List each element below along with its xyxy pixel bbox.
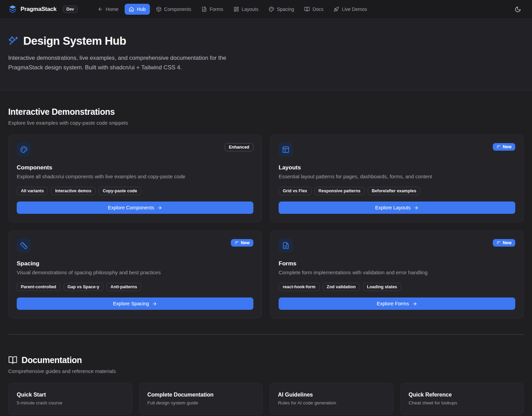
- doc-card-quick-start[interactable]: Quick Start 5-minute crash course: [8, 383, 132, 415]
- tag-react-hook-form: react-hook-form: [279, 283, 320, 291]
- sparkles-icon: [235, 241, 239, 245]
- sparkles-icon: [496, 145, 501, 149]
- doc-card-complete-documentation[interactable]: Complete Documentation Full design syste…: [139, 383, 263, 415]
- moon-icon: [515, 6, 521, 13]
- tag-anti-patterns: Anti-patterns: [107, 283, 141, 291]
- theme-toggle-button[interactable]: [512, 3, 524, 15]
- explore-forms-button[interactable]: Explore Forms: [279, 297, 515, 310]
- nav-item-live-demos[interactable]: Live Demos: [330, 4, 371, 15]
- status-badge: New: [231, 239, 253, 247]
- nav-item-home[interactable]: Home: [94, 4, 123, 15]
- arrow-left-icon: [98, 6, 103, 12]
- tag-row: react-hook-formZod validationLoading sta…: [279, 283, 515, 291]
- doc-card-title: Quick Start: [17, 392, 124, 398]
- docs-section-header: Documentation Comprehensive guides and r…: [8, 355, 524, 374]
- section-divider: [8, 334, 524, 335]
- nav-item-components[interactable]: Components: [152, 4, 195, 15]
- layout-dashboard-icon: [234, 6, 239, 12]
- nav-menu: Home Hub Components Forms Layouts Spacin…: [94, 4, 372, 15]
- doc-card-subtitle: Rules for AI code generation: [278, 400, 385, 405]
- brand[interactable]: PragmaStack Dev: [8, 5, 78, 14]
- sparkles-icon: [8, 36, 19, 46]
- tag-row: Grid vs FlexResponsive patternsBefore/af…: [279, 187, 515, 195]
- layers-logo-icon: [8, 5, 17, 14]
- book-open-icon: [8, 356, 17, 365]
- page-subtitle: Interactive demonstrations, live example…: [8, 53, 263, 72]
- docs-subheading: Comprehensive guides and reference mater…: [8, 368, 524, 374]
- file-text-icon: [201, 6, 207, 12]
- tag-all-variants: All variants: [17, 187, 48, 195]
- card-title: Components: [17, 164, 253, 171]
- demo-card-spacing: New Spacing Visual demonstrations of spa…: [8, 231, 262, 318]
- nav-item-hub[interactable]: Hub: [125, 4, 150, 15]
- demos-section-header: Interactive Demonstrations Explore live …: [8, 107, 524, 126]
- status-badge: Enhanced: [225, 143, 253, 151]
- panels-top-icon: [282, 146, 290, 153]
- home-icon: [129, 6, 134, 12]
- file-text-icon: [282, 242, 290, 249]
- doc-card-subtitle: 5-minute crash course: [17, 400, 124, 405]
- status-badge: New: [493, 143, 515, 151]
- doc-card-ai-guidelines[interactable]: AI Guidelines Rules for AI code generati…: [269, 383, 393, 415]
- palette-icon: [20, 146, 28, 153]
- card-title: Spacing: [17, 260, 253, 267]
- tag-copy-paste-code: Copy-paste code: [99, 187, 141, 195]
- demos-subheading: Explore live examples with copy-paste co…: [8, 120, 524, 126]
- demo-card-grid: Enhanced Components Explore all shadcn/u…: [8, 135, 524, 318]
- palette-icon: [269, 6, 274, 12]
- explore-components-button[interactable]: Explore Components: [17, 202, 253, 214]
- explore-spacing-button[interactable]: Explore Spacing: [17, 297, 253, 310]
- card-description: Complete form implementations with valid…: [279, 269, 515, 275]
- tag-gap-vs-space-y: Gap vs Space-y: [64, 283, 103, 291]
- rocket-icon: [334, 6, 339, 12]
- status-badge: New: [493, 239, 515, 247]
- card-icon-tile: [279, 238, 293, 252]
- demo-card-forms: New Forms Complete form implementations …: [270, 231, 524, 318]
- card-title: Layouts: [279, 164, 515, 171]
- package-icon: [156, 6, 162, 12]
- tag-row: All variantsInteractive demosCopy-paste …: [17, 187, 253, 195]
- ruler-icon: [20, 242, 28, 249]
- card-icon-tile: [17, 142, 31, 156]
- tag-before-after-examples: Before/after examples: [368, 187, 421, 195]
- card-icon-tile: [279, 142, 293, 156]
- main-content: Interactive Demonstrations Explore live …: [0, 107, 532, 415]
- doc-card-title: Quick Reference: [409, 392, 516, 398]
- tag-row: Parent-controlledGap vs Space-yAnti-patt…: [17, 283, 253, 291]
- tag-zod-validation: Zod validation: [323, 283, 360, 291]
- nav-item-spacing[interactable]: Spacing: [265, 4, 298, 15]
- tag-responsive-patterns: Responsive patterns: [314, 187, 365, 195]
- nav-item-layouts[interactable]: Layouts: [229, 4, 263, 15]
- sparkles-icon: [496, 241, 501, 245]
- doc-card-quick-reference[interactable]: Quick Reference Cheat sheet for lookups: [400, 383, 524, 415]
- docs-heading: Documentation: [22, 355, 82, 365]
- tag-loading-states: Loading states: [363, 283, 401, 291]
- explore-layouts-button[interactable]: Explore Layouts: [279, 202, 515, 214]
- tag-interactive-demos: Interactive demos: [51, 187, 95, 195]
- nav-item-docs[interactable]: Docs: [300, 4, 327, 15]
- card-description: Essential layout patterns for pages, das…: [279, 174, 515, 179]
- doc-card-title: Complete Documentation: [148, 392, 254, 398]
- arrow-right-icon: [414, 205, 419, 210]
- demo-card-components: Enhanced Components Explore all shadcn/u…: [8, 135, 262, 222]
- demo-card-layouts: New Layouts Essential layout patterns fo…: [270, 135, 524, 222]
- doc-card-subtitle: Full design system guide: [148, 400, 254, 405]
- tag-grid-vs-flex: Grid vs Flex: [279, 187, 311, 195]
- card-icon-tile: [17, 238, 31, 252]
- doc-card-subtitle: Cheat sheet for lookups: [409, 400, 516, 405]
- doc-card-title: AI Guidelines: [278, 392, 385, 398]
- demos-heading: Interactive Demonstrations: [8, 107, 524, 117]
- navbar: PragmaStack Dev Home Hub Components Form…: [0, 0, 532, 19]
- nav-item-forms[interactable]: Forms: [197, 4, 227, 15]
- doc-card-grid: Quick Start 5-minute crash course Comple…: [8, 383, 524, 415]
- arrow-right-icon: [152, 301, 157, 306]
- tag-parent-controlled: Parent-controlled: [17, 283, 60, 291]
- hero-section: Design System Hub Interactive demonstrat…: [0, 19, 532, 91]
- env-badge: Dev: [63, 5, 78, 13]
- arrow-right-icon: [157, 205, 162, 210]
- page-title: Design System Hub: [23, 34, 126, 47]
- card-title: Forms: [279, 260, 515, 267]
- brand-name: PragmaStack: [20, 6, 57, 13]
- card-description: Visual demonstrations of spacing philoso…: [17, 269, 253, 275]
- card-description: Explore all shadcn/ui components with li…: [17, 174, 253, 179]
